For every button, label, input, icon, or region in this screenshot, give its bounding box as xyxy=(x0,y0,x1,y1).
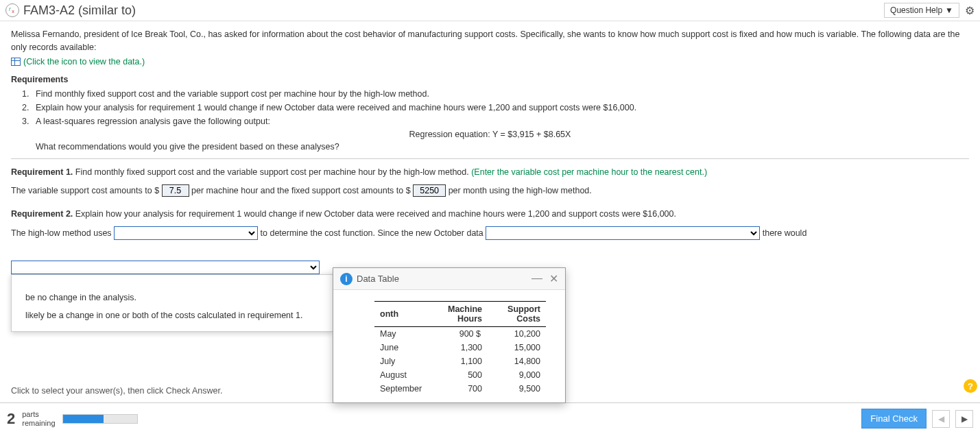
svg-text:x: x xyxy=(12,9,14,14)
highlow-select-3[interactable] xyxy=(11,261,320,274)
text: per month using the high-low method. xyxy=(446,186,592,195)
view-data-label: (Click the icon to view the data.) xyxy=(23,57,145,67)
variable-cost-input[interactable] xyxy=(162,184,189,197)
table-body: May900 $10,200 June1,30015,000 July1,100… xyxy=(374,327,546,396)
requirement-item: Explain how your analysis for requiremen… xyxy=(32,101,969,114)
popup-header: i Data Table — ✕ xyxy=(333,268,565,290)
cell: July xyxy=(374,354,427,368)
cell: 1,100 xyxy=(427,354,488,368)
formula-incorrect-icon: fx xyxy=(5,3,19,17)
req1-label: Requirement 1. xyxy=(11,167,73,177)
cell: September xyxy=(374,382,427,396)
minimize-icon[interactable]: — xyxy=(531,272,542,285)
info-icon: i xyxy=(340,273,352,285)
dropdown-option[interactable]: be no change in the analysis. xyxy=(25,289,326,306)
req2-text: Explain how your analysis for requiremen… xyxy=(73,209,676,219)
requirement-item: Find monthly fixed support cost and the … xyxy=(32,87,969,101)
requirements-heading: Requirements xyxy=(11,75,969,84)
highlow-select-1[interactable] xyxy=(114,226,258,240)
table-row: July1,10014,800 xyxy=(374,354,546,368)
cell: May xyxy=(374,327,427,341)
table-icon xyxy=(11,58,21,66)
footer-left: 2 parts remaining xyxy=(7,410,138,428)
requirements-list: Find monthly fixed support cost and the … xyxy=(32,87,969,128)
parts-count: 2 xyxy=(7,410,15,428)
data-table-wrap: onth Machine Hours Support Costs May900 … xyxy=(333,290,565,402)
question-help-label: Question Help xyxy=(890,5,942,15)
progress-bar xyxy=(62,414,138,424)
col-support-costs: Support Costs xyxy=(488,302,546,327)
svg-text:f: f xyxy=(9,7,11,12)
cell: 15,000 xyxy=(488,341,546,354)
view-data-link[interactable]: (Click the icon to view the data.) xyxy=(11,57,969,67)
text: to determine the cost function. Since th… xyxy=(258,228,486,238)
table-row: September7009,500 xyxy=(374,382,546,396)
dropdown-popup: be no change in the analysis. likely be … xyxy=(11,274,333,332)
fixed-cost-input[interactable] xyxy=(413,184,446,197)
final-check-button[interactable]: Final Check xyxy=(861,409,927,429)
question-help-button[interactable]: Question Help ▼ xyxy=(884,3,959,18)
header-right: Question Help ▼ ⚙ xyxy=(884,3,975,18)
req2-answer-sentence: The high-low method uses to determine th… xyxy=(11,225,969,242)
text: The high-low method uses xyxy=(11,228,114,238)
req1-line: Requirement 1. Find monthly fixed suppor… xyxy=(11,166,969,179)
help-badge-icon[interactable]: ? xyxy=(964,379,977,393)
cell: 9,000 xyxy=(488,368,546,382)
requirement-followup: What recommendations would you give the … xyxy=(36,142,969,152)
gear-icon[interactable]: ⚙ xyxy=(965,4,975,17)
chevron-down-icon: ▼ xyxy=(945,5,953,15)
popup-title-group: i Data Table xyxy=(340,273,399,285)
question-body: Melissa Fernando, president of Ice Break… xyxy=(0,21,980,249)
regression-equation: Regression equation: Y = $3,915 + $8.65X xyxy=(11,130,969,139)
cell: 14,800 xyxy=(488,354,546,368)
cell: 1,300 xyxy=(427,341,488,354)
data-table-popup: i Data Table — ✕ onth Machine Hours Supp… xyxy=(333,267,566,403)
answer-hint: Click to select your answer(s), then cli… xyxy=(11,386,222,396)
footer: 2 parts remaining Final Check ◀ ▶ xyxy=(0,402,980,434)
highlow-select-2[interactable] xyxy=(486,226,760,240)
cell: June xyxy=(374,341,427,354)
parts-label: parts remaining xyxy=(22,410,55,426)
progress-fill xyxy=(63,415,104,423)
next-button[interactable]: ▶ xyxy=(955,410,973,428)
close-icon[interactable]: ✕ xyxy=(549,272,558,285)
data-table: onth Machine Hours Support Costs May900 … xyxy=(374,301,546,396)
text: there would xyxy=(760,228,806,238)
table-row: June1,30015,000 xyxy=(374,341,546,354)
dropdown-option[interactable]: likely be a change in one or both of the… xyxy=(25,306,326,324)
req1-answer-sentence: The variable support cost amounts to $ p… xyxy=(11,182,969,200)
table-row: May900 $10,200 xyxy=(374,327,546,341)
popup-controls: — ✕ xyxy=(531,272,558,285)
req2-label: Requirement 2. xyxy=(11,209,73,219)
text: The variable support cost amounts to $ xyxy=(11,186,162,195)
table-header-row: onth Machine Hours Support Costs xyxy=(374,302,546,327)
page-title: FAM3-A2 (similar to) xyxy=(23,3,136,18)
req1-hint: (Enter the variable cost per machine hou… xyxy=(471,167,707,177)
text: remaining xyxy=(22,419,55,427)
col-machine-hours: Machine Hours xyxy=(427,302,488,327)
divider xyxy=(11,158,969,159)
intro-paragraph: Melissa Fernando, president of Ice Break… xyxy=(11,28,969,54)
cell: 9,500 xyxy=(488,382,546,396)
window-header: fx FAM3-A2 (similar to) Question Help ▼ … xyxy=(0,0,980,21)
cell: 10,200 xyxy=(488,327,546,341)
col-month: onth xyxy=(374,302,427,327)
cell: 700 xyxy=(427,382,488,396)
text: per machine hour and the fixed support c… xyxy=(189,186,414,195)
footer-right: Final Check ◀ ▶ xyxy=(861,409,973,429)
table-row: August5009,000 xyxy=(374,368,546,382)
prev-button[interactable]: ◀ xyxy=(932,410,950,428)
cell: 900 $ xyxy=(427,327,488,341)
cell: August xyxy=(374,368,427,382)
cell: 500 xyxy=(427,368,488,382)
req2-line: Requirement 2. Explain how your analysis… xyxy=(11,208,969,221)
req1-text: Find monthly fixed support cost and the … xyxy=(73,167,471,177)
text: parts xyxy=(22,410,55,418)
requirement-item: A least-squares regression analysis gave… xyxy=(32,114,969,128)
header-left: fx FAM3-A2 (similar to) xyxy=(5,3,136,18)
popup-title: Data Table xyxy=(357,274,399,284)
